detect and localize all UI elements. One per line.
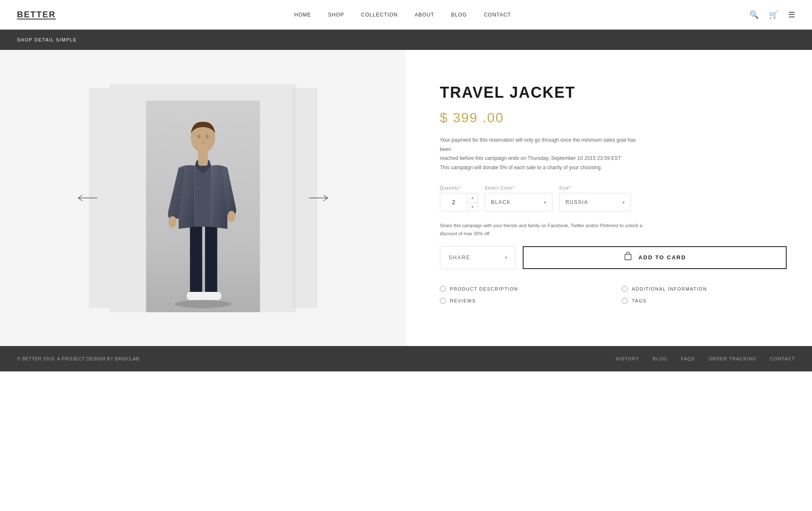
svg-rect-7: [195, 166, 211, 227]
reviews-link[interactable]: REVIEWS: [440, 298, 605, 304]
share-chevron-icon: ▾: [505, 255, 507, 260]
product-image-area: [0, 50, 406, 346]
cart-icon[interactable]: 🛒: [769, 10, 778, 19]
link-circle-icon: [440, 286, 446, 292]
color-select[interactable]: BLACK ▾: [485, 193, 552, 212]
product-desc-link[interactable]: PRODUCT DESCRIPTION: [440, 286, 605, 292]
svg-point-1: [175, 300, 232, 308]
size-label: Size*: [559, 186, 631, 190]
svg-rect-2: [190, 223, 202, 296]
product-description: Your payment for this reservation will o…: [440, 136, 643, 172]
quantity-up[interactable]: ▲: [467, 193, 477, 203]
color-chevron-icon: ▾: [544, 200, 546, 205]
tags-label: TAGS: [632, 298, 647, 303]
svg-rect-18: [625, 255, 631, 260]
size-select[interactable]: RUSSIA ▾: [559, 193, 631, 212]
footer-copyright: © BETTER 2016. A PROJECT DESIGN BY BASIC…: [17, 356, 140, 361]
nav-collection[interactable]: COLLECTION: [361, 12, 398, 18]
svg-rect-3: [205, 223, 217, 296]
header-icons: 🔍 🛒 ☰: [749, 10, 795, 19]
product-main-image: [110, 84, 296, 312]
image-slider: [102, 80, 304, 316]
prev-image-button[interactable]: [76, 194, 97, 202]
footer-blog[interactable]: BLOG: [653, 356, 667, 361]
reviews-label: REVIEWS: [450, 298, 476, 303]
link-circle-icon-3: [440, 298, 446, 304]
size-value: RUSSIA: [565, 199, 588, 205]
main-content: TRAVEL JACKET $ 399 .00 Your payment for…: [0, 50, 812, 346]
action-row: SHARE ▾ ADD TO CARD: [440, 246, 787, 269]
product-links: PRODUCT DESCRIPTION ADDITIONAL INFORMATI…: [440, 286, 787, 304]
share-description: Share this campaign with your friends an…: [440, 222, 643, 237]
nav-about[interactable]: ABOUT: [414, 12, 434, 18]
size-chevron-icon: ▾: [623, 200, 625, 205]
svg-point-8: [168, 216, 176, 228]
footer-order-tracking[interactable]: ORDER TRACKING: [708, 356, 756, 361]
additional-info-link[interactable]: ADDITIONAL INFORMATION: [622, 286, 787, 292]
quantity-group: Quantity* 2 ▲ ▼: [440, 186, 478, 212]
product-desc-label: PRODUCT DESCRIPTION: [450, 286, 518, 291]
breadcrumb: SHOP DETAIL SIMPLE: [17, 37, 77, 42]
nav-home[interactable]: HOME: [294, 12, 311, 18]
svg-point-12: [206, 135, 209, 139]
share-button[interactable]: SHARE ▾: [440, 246, 516, 269]
svg-rect-5: [202, 292, 221, 300]
quantity-arrows: ▲ ▼: [467, 193, 477, 211]
quantity-down[interactable]: ▼: [467, 203, 477, 212]
product-price: $ 399 .00: [440, 110, 787, 126]
search-icon[interactable]: 🔍: [749, 10, 759, 19]
share-button-label: SHARE: [449, 255, 470, 261]
svg-point-11: [198, 135, 201, 139]
add-to-card-label: ADD TO CARD: [639, 254, 686, 261]
breadcrumb-bar: SHOP DETAIL SIMPLE: [0, 30, 812, 50]
footer-faqs[interactable]: FAQS: [681, 356, 695, 361]
footer-contact[interactable]: CONTACT: [770, 356, 795, 361]
color-value: BLACK: [491, 199, 511, 205]
color-group: Select Color* BLACK ▾: [485, 186, 552, 212]
additional-info-label: ADDITIONAL INFORMATION: [632, 286, 707, 291]
size-group: Size* RUSSIA ▾: [559, 186, 631, 212]
quantity-label: Quantity*: [440, 186, 478, 190]
cart-icon-button: [623, 252, 633, 263]
footer-links: HISTORY BLOG FAQS ORDER TRACKING CONTACT: [616, 356, 795, 361]
quantity-control[interactable]: 2 ▲ ▼: [440, 193, 478, 212]
svg-rect-13: [198, 149, 208, 165]
menu-icon[interactable]: ☰: [788, 10, 795, 19]
svg-point-9: [228, 211, 236, 223]
add-to-card-button[interactable]: ADD TO CARD: [523, 246, 787, 269]
product-title: TRAVEL JACKET: [440, 84, 787, 102]
header: BETTER HOME SHOP COLLECTION ABOUT BLOG C…: [0, 0, 812, 30]
main-nav: HOME SHOP COLLECTION ABOUT BLOG CONTACT: [294, 12, 511, 18]
footer: © BETTER 2016. A PROJECT DESIGN BY BASIC…: [0, 346, 812, 371]
product-details: TRAVEL JACKET $ 399 .00 Your payment for…: [406, 50, 812, 346]
logo[interactable]: BETTER: [17, 10, 56, 19]
product-figure-svg: [144, 101, 262, 312]
quantity-value: 2: [440, 199, 467, 206]
tags-link[interactable]: TAGS: [622, 298, 787, 304]
next-image-button[interactable]: [309, 194, 330, 202]
footer-history[interactable]: HISTORY: [616, 356, 639, 361]
nav-shop[interactable]: SHOP: [328, 12, 344, 18]
nav-contact[interactable]: CONTACT: [484, 12, 511, 18]
nav-blog[interactable]: BLOG: [451, 12, 467, 18]
link-circle-icon-2: [622, 286, 628, 292]
color-label: Select Color*: [485, 186, 552, 190]
link-circle-icon-4: [622, 298, 628, 304]
product-options-row: Quantity* 2 ▲ ▼ Select Color* BLACK ▾: [440, 186, 787, 212]
